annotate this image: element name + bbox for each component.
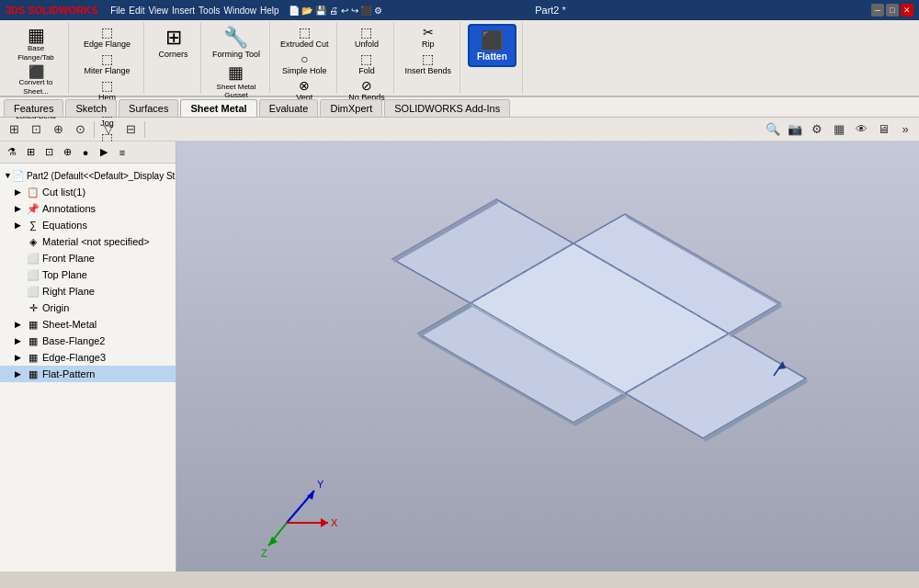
- tree-item-material[interactable]: ◈ Material <not specified>: [0, 233, 176, 250]
- ribbon-group-flanges: ⬚ Edge Flange ⬚ Miter Flange ⬚ Hem ⬚ Jog: [71, 22, 144, 94]
- toolbar2-more[interactable]: »: [895, 119, 915, 140]
- menu-tools[interactable]: Tools: [199, 6, 220, 16]
- tree-item-origin[interactable]: ✛ Origin: [0, 300, 176, 316]
- sheet-metal-gusset-button[interactable]: ▦ Sheet Metal Gusset: [211, 61, 260, 101]
- edge-flange-icon: ⬚: [101, 25, 113, 40]
- sidebar-btn-grid[interactable]: ⊡: [40, 144, 57, 161]
- tree-item-equations[interactable]: ▶ ∑ Equations: [0, 217, 176, 233]
- sidebar-btn-expand[interactable]: ≡: [114, 144, 130, 161]
- edge-flange3-expand-icon: ▶: [15, 353, 26, 362]
- menu-view[interactable]: View: [149, 6, 169, 16]
- part2-label: Part2 (Default<<Default>_Display Sta: [27, 171, 176, 181]
- convert-icon: ⬛: [28, 65, 44, 78]
- flatten-icon: ⬛: [481, 29, 504, 51]
- annotations-label: Annotations: [42, 203, 96, 214]
- tree-item-cutlist[interactable]: ▶ 📋 Cut list(1): [0, 184, 176, 200]
- extruded-cut-button[interactable]: ⬚ Extruded Cut: [278, 24, 332, 50]
- base-flange2-icon: ▦: [26, 334, 40, 348]
- toolbar2-render[interactable]: ▦: [829, 119, 849, 140]
- toolbar2-sep1: [94, 121, 95, 138]
- flat-pattern-expand-icon: ▶: [15, 369, 26, 379]
- edge-flange3-label: Edge-Flange3: [42, 352, 106, 363]
- toolbar2-flag[interactable]: ⊟: [120, 119, 141, 140]
- tree-item-right-plane[interactable]: ⬜ Right Plane: [0, 283, 176, 300]
- menu-edit[interactable]: Edit: [129, 6, 144, 16]
- forming-tool-button[interactable]: 🔧 Forming Tool: [209, 24, 264, 61]
- viewport-svg: X Y Z: [176, 141, 919, 571]
- unfold-icon: ⬚: [360, 25, 372, 40]
- fold-button[interactable]: ⬚ Fold: [346, 51, 388, 76]
- sidebar-btn-origin[interactable]: ⊕: [59, 144, 75, 161]
- filter-icon[interactable]: ⚗: [4, 144, 20, 161]
- tree-item-sheet-metal[interactable]: ▶ ▦ Sheet-Metal: [0, 316, 176, 333]
- tab-sheet-metal[interactable]: Sheet Metal: [180, 99, 256, 117]
- tree-item-front-plane[interactable]: ⬜ Front Plane: [0, 250, 176, 266]
- tab-surfaces[interactable]: Surfaces: [119, 99, 178, 117]
- tree-item-base-flange2[interactable]: ▶ ▦ Base-Flange2: [0, 333, 176, 349]
- sheet-metal-expand-icon: ▶: [15, 320, 26, 329]
- maximize-button[interactable]: □: [886, 4, 899, 17]
- toolbar2-view1[interactable]: 👁: [851, 119, 871, 140]
- toolbar2-settings[interactable]: ⚙: [807, 119, 827, 140]
- tree-item-edge-flange3[interactable]: ▶ ▦ Edge-Flange3: [0, 349, 176, 366]
- tab-sketch[interactable]: Sketch: [65, 99, 117, 117]
- unfold-button[interactable]: ⬚ Unfold: [346, 24, 388, 50]
- base-flange-label: Base Flange/Tab: [13, 44, 59, 62]
- simple-hole-button[interactable]: ○ Simple Hole: [278, 51, 332, 76]
- tab-evaluate[interactable]: Evaluate: [259, 99, 319, 117]
- tree-item-flat-pattern[interactable]: ▶ ▦ Flat-Pattern: [0, 366, 176, 382]
- tab-dimxpert[interactable]: DimXpert: [320, 99, 382, 117]
- tree-item-part2[interactable]: ▼ 📄 Part2 (Default<<Default>_Display Sta: [0, 167, 176, 184]
- top-plane-icon: ⬜: [26, 267, 40, 282]
- toolbar2-home[interactable]: ⊞: [4, 119, 24, 140]
- title-toolbar-icons: 📄 📂 💾 🖨 ↩ ↪ ⬛ ⚙: [289, 6, 382, 16]
- menu-file[interactable]: File: [110, 6, 125, 16]
- forming-tool-label: Forming Tool: [212, 50, 260, 59]
- flat-pattern-label: Flat-Pattern: [42, 368, 95, 379]
- solidworks-logo: 3DS SOLIDWORKS: [6, 5, 97, 16]
- annotations-icon: 📌: [26, 201, 40, 216]
- toolbar2-camera[interactable]: 📷: [785, 119, 805, 140]
- simple-hole-icon: ○: [301, 51, 308, 66]
- toolbar2-origin[interactable]: ⊕: [48, 119, 68, 140]
- sidebar-btn-circle[interactable]: ●: [77, 144, 94, 161]
- toolbar2-circle[interactable]: ⊙: [70, 119, 90, 140]
- corners-button[interactable]: ⊞ Corners: [155, 24, 192, 61]
- right-plane-label: Right Plane: [42, 286, 95, 297]
- ribbon-group-base-flange: ▦ Base Flange/Tab ⬛ Convert to Sheet... …: [4, 22, 69, 94]
- tab-features[interactable]: Features: [4, 99, 63, 117]
- toolbar2-filter[interactable]: ▽: [98, 119, 119, 140]
- main-area: ⚗ ⊞ ⊡ ⊕ ● ▶ ≡ ▼ 📄 Part2 (Default<<Defaul…: [0, 141, 919, 571]
- 3d-viewport[interactable]: X Y Z: [176, 141, 919, 571]
- convert-to-sheet-button[interactable]: ⬛ Convert to Sheet...: [9, 63, 62, 97]
- menu-insert[interactable]: Insert: [172, 6, 195, 16]
- sidebar-btn-list[interactable]: ⊞: [22, 144, 39, 161]
- secondary-toolbar: ⊞ ⊡ ⊕ ⊙ ▽ ⊟ 🔍 📷 ⚙ ▦ 👁 🖥 »: [0, 118, 919, 141]
- flatten-button[interactable]: ⬛ Flatten: [468, 24, 516, 67]
- fold-icon: ⬚: [360, 51, 372, 66]
- menu-window[interactable]: Window: [223, 6, 256, 16]
- tab-solidworks-addins[interactable]: SOLIDWORKS Add-Ins: [384, 99, 510, 117]
- close-button[interactable]: ✕: [901, 4, 913, 17]
- toolbar2-display[interactable]: 🖥: [873, 119, 893, 140]
- toolbar2-search[interactable]: 🔍: [763, 119, 783, 140]
- edge-flange3-icon: ▦: [26, 350, 40, 365]
- ribbon-group-forming: 🔧 Forming Tool ▦ Sheet Metal Gusset: [203, 22, 270, 94]
- base-flange2-expand-icon: ▶: [15, 336, 26, 345]
- origin-label: Origin: [42, 302, 69, 313]
- sidebar-btn-arrow[interactable]: ▶: [96, 144, 112, 161]
- menu-help[interactable]: Help: [260, 6, 279, 16]
- edge-flange-button[interactable]: ⬚ Edge Flange: [81, 24, 133, 50]
- svg-text:Z: Z: [261, 548, 267, 559]
- tree-item-top-plane[interactable]: ⬜ Top Plane: [0, 266, 176, 283]
- tree-item-annotations[interactable]: ▶ 📌 Annotations: [0, 200, 176, 217]
- rip-button[interactable]: ✂ Rip: [402, 24, 454, 50]
- hem-icon: ⬚: [101, 78, 113, 93]
- insert-bends-label: Insert Bends: [404, 66, 451, 75]
- minimize-button[interactable]: ─: [871, 4, 884, 17]
- flat-pattern-icon: ▦: [26, 367, 40, 381]
- miter-flange-button[interactable]: ⬚ Miter Flange: [81, 51, 133, 76]
- toolbar2-grid[interactable]: ⊡: [26, 119, 46, 140]
- base-flange-button[interactable]: ▦ Base Flange/Tab: [9, 24, 62, 63]
- insert-bends-button[interactable]: ⬚ Insert Bends: [402, 51, 454, 76]
